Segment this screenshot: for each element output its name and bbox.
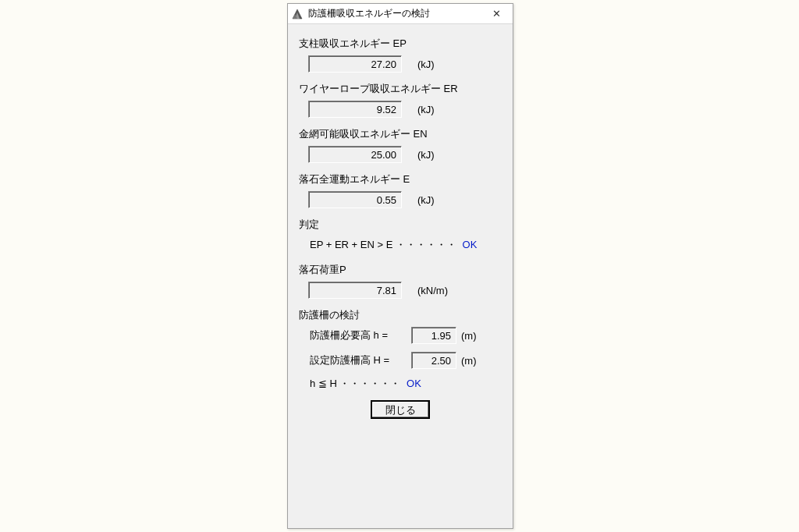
row-fence-required: 防護柵必要高 h = 1.95 (m) xyxy=(310,327,502,344)
unit-ep: (kJ) xyxy=(417,59,435,70)
judgement-result: OK xyxy=(463,239,478,250)
close-button[interactable]: ✕ xyxy=(485,6,508,22)
app-icon xyxy=(291,8,304,20)
label-ep: 支柱吸収エネルギー EP xyxy=(299,37,502,51)
value-e: 0.55 xyxy=(308,191,402,208)
row-load: 7.81 (kN/m) xyxy=(308,282,502,299)
judgement-formula: EP + ER + EN > E ・・・・・・ xyxy=(310,239,456,250)
unit-en: (kJ) xyxy=(417,149,435,161)
label-er: ワイヤーロープ吸収エネルギー ER xyxy=(299,82,502,96)
row-ep: 27.20 (kJ) xyxy=(308,55,502,73)
label-load: 落石荷重P xyxy=(299,263,502,277)
value-ep: 27.20 xyxy=(308,55,402,73)
close-icon: ✕ xyxy=(492,8,501,20)
judgement-text: EP + ER + EN > E ・・・・・・ OK xyxy=(310,238,502,252)
label-fence-set: 設定防護柵高 H = xyxy=(310,353,411,367)
label-e: 落石全運動エネルギー E xyxy=(299,172,502,186)
window-title: 防護柵吸収エネルギーの検討 xyxy=(308,7,485,20)
fence-judgement-formula: h ≦ H ・・・・・・ xyxy=(310,378,400,389)
dialog-window: 防護柵吸収エネルギーの検討 ✕ 支柱吸収エネルギー EP 27.20 (kJ) … xyxy=(287,3,513,529)
unit-er: (kJ) xyxy=(417,104,435,115)
row-er: 9.52 (kJ) xyxy=(308,101,502,118)
row-e: 0.55 (kJ) xyxy=(308,191,502,208)
value-er: 9.52 xyxy=(308,101,402,118)
label-en: 金網可能吸収エネルギー EN xyxy=(299,127,502,141)
label-judgement: 判定 xyxy=(299,218,502,232)
row-en: 25.00 (kJ) xyxy=(308,146,502,163)
unit-e: (kJ) xyxy=(417,194,435,206)
value-fence-set: 2.50 xyxy=(411,352,456,369)
fence-judgement: h ≦ H ・・・・・・ OK xyxy=(310,377,502,391)
row-fence-set: 設定防護柵高 H = 2.50 (m) xyxy=(310,352,502,369)
judgement-block: 判定 EP + ER + EN > E ・・・・・・ OK xyxy=(299,218,502,252)
fence-block: 防護柵の検討 防護柵必要高 h = 1.95 (m) 設定防護柵高 H = 2.… xyxy=(299,308,502,391)
value-en: 25.00 xyxy=(308,146,402,163)
label-fence-required: 防護柵必要高 h = xyxy=(310,328,411,342)
unit-load: (kN/m) xyxy=(417,285,448,296)
unit-fence-required: (m) xyxy=(461,330,477,342)
fence-judgement-result: OK xyxy=(407,378,421,389)
value-fence-required: 1.95 xyxy=(411,327,456,344)
unit-fence-set: (m) xyxy=(461,355,477,367)
close-dialog-button[interactable]: 閉じる xyxy=(371,400,430,419)
dialog-client-area: 支柱吸収エネルギー EP 27.20 (kJ) ワイヤーロープ吸収エネルギー E… xyxy=(288,24,513,528)
button-row: 閉じる xyxy=(299,400,502,419)
titlebar: 防護柵吸収エネルギーの検討 ✕ xyxy=(288,4,513,24)
value-load: 7.81 xyxy=(308,282,402,299)
label-fence: 防護柵の検討 xyxy=(299,308,502,322)
